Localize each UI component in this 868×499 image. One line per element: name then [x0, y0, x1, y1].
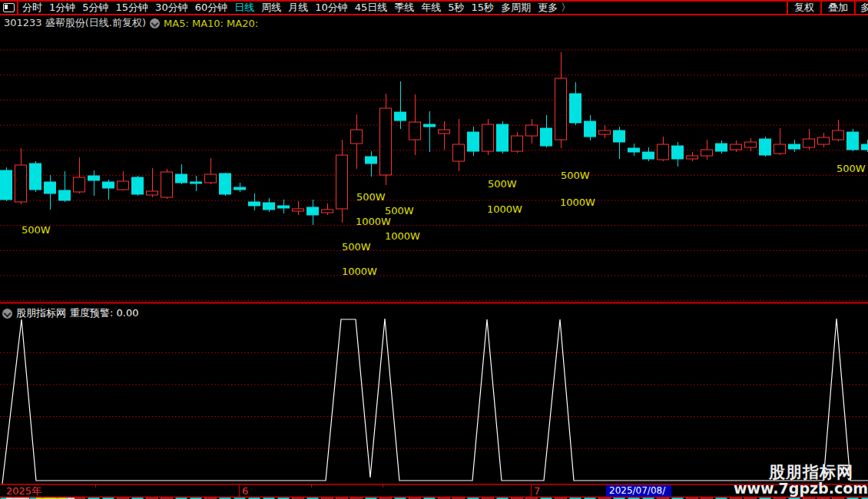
period-tab-日线[interactable]: 日线: [234, 2, 254, 14]
volume-threshold-label: 1000W: [560, 197, 595, 207]
candle-body: [555, 78, 567, 140]
period-tab-月线[interactable]: 月线: [288, 2, 308, 14]
candle-body: [774, 144, 786, 154]
candle-body: [585, 121, 596, 137]
chart-canvas: [0, 0, 868, 499]
candle-body: [322, 210, 333, 213]
candle-body: [760, 139, 771, 155]
candle-body: [658, 144, 669, 160]
indicator-header: 股朋指标网 重度预警: 0.00: [2, 306, 138, 320]
toolbar-button-复权[interactable]: 复权: [787, 2, 820, 14]
period-tab-1分钟[interactable]: 1分钟: [49, 2, 75, 14]
candle-body: [526, 125, 538, 136]
volume-threshold-label: 1000W: [356, 216, 391, 226]
period-tab-30分钟[interactable]: 30分钟: [155, 2, 188, 14]
period-tab-分时[interactable]: 分时: [22, 2, 42, 14]
candle-body: [482, 124, 494, 151]
candle-body: [599, 131, 611, 134]
period-tab-多周期[interactable]: 多周期: [501, 2, 531, 14]
period-tabs: 分时1分钟5分钟15分钟30分钟60分钟日线周线月线10分钟45日线季线年线5秒…: [18, 2, 787, 14]
candle-body: [687, 156, 698, 159]
candle-body: [716, 144, 727, 151]
candle-body: [395, 112, 406, 121]
candle-body: [628, 148, 640, 152]
indicator-source: 股朋指标网: [16, 306, 66, 320]
candle-body: [570, 94, 581, 123]
candle-body: [497, 124, 509, 151]
candle-body: [409, 122, 421, 140]
axis-month-label: 6: [242, 486, 248, 496]
candle-body: [614, 131, 625, 142]
candle-body: [45, 182, 56, 193]
candle-body: [818, 137, 830, 144]
candle-body: [147, 191, 158, 195]
candle-body: [59, 190, 71, 200]
candle-body: [541, 128, 552, 146]
ma-labels: MA5: MA10: MA20:: [164, 18, 258, 29]
volume-threshold-label: 500W: [22, 225, 51, 235]
window-menu-button[interactable]: [0, 2, 18, 14]
candle-body: [74, 177, 85, 192]
candle-body: [439, 130, 450, 134]
period-tab-60分钟[interactable]: 60分钟: [195, 2, 228, 14]
candle-body: [190, 182, 202, 183]
candle-body: [512, 136, 523, 151]
volume-threshold-label: 1000W: [385, 231, 420, 241]
candle-body: [15, 165, 27, 202]
candle-body: [789, 144, 800, 149]
period-tab-周线[interactable]: 周线: [261, 2, 281, 14]
candle-body: [307, 207, 319, 215]
candle-body: [132, 177, 144, 194]
period-tab-45日线[interactable]: 45日线: [355, 2, 388, 14]
volume-threshold-label: 1000W: [487, 204, 522, 214]
candle-body: [453, 144, 465, 161]
candle-body: [249, 202, 260, 206]
volume-threshold-label: 500W: [837, 164, 866, 173]
indicator-value: 重度预警: 0.00: [70, 306, 138, 320]
indicator-collapse-icon[interactable]: [2, 309, 12, 319]
candle-body: [161, 172, 173, 197]
stock-title: 301233 盛帮股份(日线.前复权): [4, 16, 146, 30]
candle-body: [263, 203, 275, 210]
volume-threshold-label: 500W: [385, 206, 414, 216]
candle-body: [103, 182, 114, 188]
candle-body: [468, 132, 479, 151]
candle-body: [351, 130, 363, 144]
period-toolbar: 分时1分钟5分钟15分钟30分钟60分钟日线周线月线10分钟45日线季线年线5秒…: [0, 0, 868, 15]
candle-body: [118, 181, 129, 190]
period-tab-年线[interactable]: 年线: [421, 2, 441, 14]
candle-body: [701, 150, 713, 156]
toolbar-button-叠加[interactable]: 叠加: [820, 2, 854, 14]
period-tab-15分钟[interactable]: 15分钟: [116, 2, 149, 14]
axis-year-label: 2025年: [6, 486, 41, 496]
candle-body: [30, 164, 41, 190]
layout-icon: [3, 3, 15, 12]
chevron-down-icon[interactable]: [150, 18, 160, 28]
candle-body: [380, 108, 392, 175]
indicator-line: [2, 319, 868, 484]
candle-body: [862, 144, 868, 150]
candle-body: [336, 155, 348, 209]
candle-body: [293, 209, 304, 211]
period-tab-10分钟[interactable]: 10分钟: [315, 2, 348, 14]
toolbar-button-多[interactable]: 多: [854, 2, 868, 14]
candle-body: [745, 142, 757, 147]
trading-app-window: 分时1分钟5分钟15分钟30分钟60分钟日线周线月线10分钟45日线季线年线5秒…: [0, 0, 868, 499]
volume-threshold-label: 500W: [342, 242, 371, 252]
candle-body: [672, 146, 684, 159]
period-tab-季线[interactable]: 季线: [394, 2, 414, 14]
period-tab-更多 〉[interactable]: 更多 〉: [538, 2, 571, 14]
candle-body: [731, 144, 742, 150]
axis-month-label: 7: [534, 486, 540, 496]
candle-body: [176, 174, 187, 183]
watermark-url: www.7gpzb.com: [734, 480, 868, 497]
candle-body: [205, 174, 217, 183]
period-tab-15秒[interactable]: 15秒: [472, 2, 495, 14]
current-date-box: 2025/07/08/二: [606, 485, 671, 497]
candle-body: [803, 139, 815, 147]
candle-body: [88, 176, 100, 180]
candle-body: [234, 187, 246, 190]
period-tab-5秒[interactable]: 5秒: [448, 2, 464, 14]
candle-body: [424, 124, 436, 127]
period-tab-5分钟[interactable]: 5分钟: [82, 2, 108, 14]
